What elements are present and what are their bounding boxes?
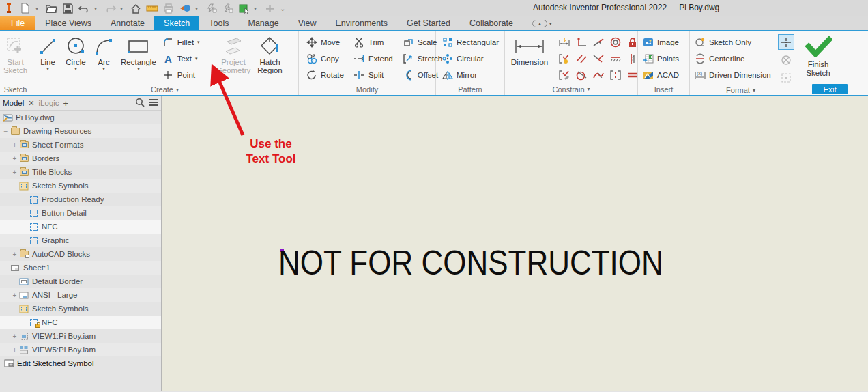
ilogic-trigger-a-icon[interactable] bbox=[205, 2, 217, 14]
rotate-button[interactable]: Rotate bbox=[304, 68, 345, 83]
expand-icon[interactable]: + bbox=[11, 141, 18, 149]
tab-place-views[interactable]: Place Views bbox=[35, 16, 101, 30]
auto-dimension-icon[interactable] bbox=[555, 34, 573, 51]
save-icon[interactable] bbox=[61, 2, 74, 14]
tree-row-borders[interactable]: +Borders bbox=[0, 152, 161, 165]
centerline-button[interactable]: Centerline bbox=[693, 51, 772, 66]
image-button[interactable]: Image bbox=[641, 35, 680, 50]
tree-row-edit-sketched-symbol[interactable]: Edit Sketched Symbol bbox=[0, 356, 161, 370]
symmetric-icon[interactable] bbox=[607, 67, 624, 83]
tree-row-production-ready[interactable]: Production Ready bbox=[0, 193, 161, 206]
sketch-text[interactable]: NOT FOR CONSTRUCTION bbox=[278, 243, 663, 283]
tangent-circle-icon[interactable] bbox=[573, 67, 590, 83]
split-button[interactable]: Split bbox=[352, 68, 394, 83]
arc-button[interactable]: Arc ▾ bbox=[91, 33, 117, 72]
line-button[interactable]: Line ▾ bbox=[35, 33, 61, 72]
tree-row-sheet1[interactable]: −Sheet:1 bbox=[0, 261, 161, 275]
appearance-dropdown-icon[interactable]: ▾ bbox=[254, 5, 259, 12]
redo-icon[interactable] bbox=[104, 2, 116, 14]
show-constraints-icon[interactable] bbox=[555, 51, 573, 67]
expand-icon[interactable]: + bbox=[11, 155, 18, 163]
tree-row-root[interactable]: Pi Boy.dwg bbox=[0, 111, 161, 124]
trim-button[interactable]: Trim bbox=[352, 35, 394, 50]
undo-dropdown-icon[interactable]: ▾ bbox=[94, 5, 100, 12]
tree-row-title-blocks[interactable]: +Title Blocks bbox=[0, 165, 161, 179]
fillet-button[interactable]: Fillet ▾ bbox=[161, 35, 212, 50]
browser-search-icon[interactable] bbox=[135, 98, 145, 109]
home-icon[interactable] bbox=[130, 2, 142, 14]
text-dropdown-icon[interactable]: ▾ bbox=[195, 56, 198, 61]
tab-view[interactable]: View bbox=[289, 16, 326, 30]
expand-icon[interactable]: + bbox=[11, 346, 18, 354]
tree-row-autocad-blocks[interactable]: +AutoCAD Blocks bbox=[0, 247, 161, 261]
tree-row-ansi-large[interactable]: +ANSI - Large bbox=[0, 288, 161, 302]
text-button[interactable]: A Text ▾ bbox=[161, 51, 212, 66]
open-file-icon[interactable] bbox=[45, 2, 57, 14]
browser-tab-model[interactable]: Model bbox=[3, 99, 24, 107]
tree-row-view5[interactable]: +VIEW5:Pi Boy.iam bbox=[0, 343, 161, 356]
collapse-icon[interactable]: − bbox=[2, 264, 10, 272]
rectangular-pattern-button[interactable]: Rectangular bbox=[440, 35, 500, 50]
new-file-dropdown-icon[interactable]: ▾ bbox=[35, 5, 41, 12]
expand-icon[interactable]: + bbox=[11, 333, 18, 340]
tab-annotate[interactable]: Annotate bbox=[101, 16, 154, 30]
tab-get-started[interactable]: Get Started bbox=[397, 16, 460, 30]
panel-label-insert[interactable]: Insert bbox=[638, 84, 689, 95]
point-button[interactable]: Point bbox=[161, 68, 212, 83]
points-button[interactable]: Points bbox=[641, 51, 680, 66]
acad-button[interactable]: ACAD bbox=[641, 68, 680, 83]
mirror-button[interactable]: Mirror bbox=[440, 68, 500, 83]
perpendicular-icon[interactable] bbox=[573, 34, 590, 51]
panel-label-constrain[interactable]: Constrain▾ bbox=[505, 83, 637, 95]
panel-label-format[interactable]: Format▾ bbox=[690, 85, 792, 95]
tab-file[interactable]: File bbox=[0, 16, 35, 30]
expand-icon[interactable]: + bbox=[11, 292, 18, 299]
undo-icon[interactable] bbox=[78, 2, 90, 14]
finish-sketch-button[interactable]: Finish Sketch bbox=[795, 33, 841, 78]
expand-icon[interactable]: + bbox=[11, 251, 18, 258]
panel-label-exit[interactable]: Exit bbox=[812, 84, 848, 94]
circle-button[interactable]: Circle ▾ bbox=[62, 33, 89, 72]
tab-sketch[interactable]: Sketch bbox=[154, 16, 199, 30]
project-geometry-button[interactable]: Project Geometry bbox=[214, 33, 254, 76]
tree-row-drawing-resources[interactable]: −Drawing Resources bbox=[0, 124, 161, 138]
ilogic-trigger-b-icon[interactable] bbox=[221, 2, 233, 14]
collapse-icon[interactable]: − bbox=[11, 182, 18, 190]
browser-tab-ilogic[interactable]: iLogic bbox=[39, 99, 59, 107]
coincident-icon[interactable] bbox=[590, 34, 607, 51]
tree-row-nfc-locked[interactable]: NFC bbox=[0, 316, 161, 329]
tab-tools[interactable]: Tools bbox=[199, 16, 238, 30]
start-sketch-button[interactable]: Start Sketch bbox=[1, 33, 30, 76]
concentric-icon[interactable] bbox=[607, 34, 624, 51]
move-button[interactable]: Move bbox=[304, 35, 345, 50]
panel-label-modify[interactable]: Modify bbox=[299, 84, 435, 95]
panel-label-sketch[interactable]: Sketch bbox=[0, 83, 31, 95]
inventor-logo-icon[interactable] bbox=[3, 2, 15, 14]
dimension-button[interactable]: Dimension bbox=[508, 33, 551, 68]
drawing-canvas[interactable]: NOT FOR CONSTRUCTION Use the Text Tool bbox=[162, 96, 868, 391]
arc-dropdown-icon[interactable]: ▾ bbox=[102, 66, 105, 71]
print-icon[interactable] bbox=[162, 2, 175, 14]
sketch-only-button[interactable]: Sketch Only bbox=[693, 35, 772, 50]
tree-row-button-detail[interactable]: Button Detail bbox=[0, 206, 161, 220]
tab-collaborate[interactable]: Collaborate bbox=[460, 16, 523, 30]
driven-dimension-button[interactable]: (x)Driven Dimension bbox=[693, 68, 772, 83]
circular-pattern-button[interactable]: Circular bbox=[440, 51, 500, 66]
line-dropdown-icon[interactable]: ▾ bbox=[46, 66, 49, 71]
tree-row-nfc[interactable]: NFC bbox=[0, 220, 161, 234]
browser-close-icon[interactable]: ✕ bbox=[28, 99, 34, 108]
tab-manage[interactable]: Manage bbox=[238, 16, 288, 30]
rectangle-dropdown-icon[interactable]: ▾ bbox=[137, 66, 140, 71]
tree-row-sheet-formats[interactable]: +Sheet Formats bbox=[0, 138, 161, 152]
add-command-icon[interactable] bbox=[263, 2, 276, 14]
tree-row-default-border[interactable]: Default Border bbox=[0, 275, 161, 288]
new-file-icon[interactable] bbox=[19, 2, 31, 14]
hatch-region-button[interactable]: Hatch Region bbox=[255, 33, 285, 76]
circle-dropdown-icon[interactable]: ▾ bbox=[74, 66, 77, 71]
extend-button[interactable]: Extend bbox=[352, 51, 394, 66]
collapse-icon[interactable]: − bbox=[2, 128, 10, 135]
collapse-icon[interactable]: − bbox=[11, 305, 18, 313]
ribbon-collapse-control[interactable]: ▲ ▾ bbox=[532, 16, 552, 30]
tree-row-sketch-symbols[interactable]: −Sketch Symbols bbox=[0, 179, 161, 193]
tab-environments[interactable]: Environments bbox=[326, 16, 397, 30]
